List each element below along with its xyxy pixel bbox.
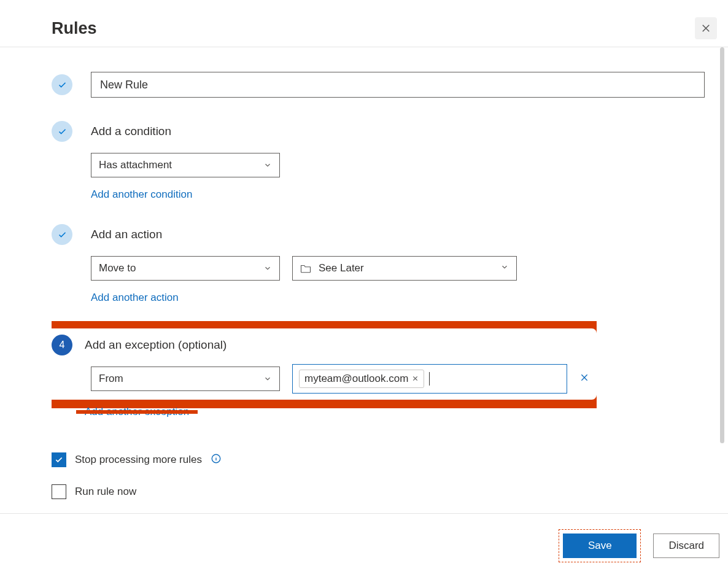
condition-section-label: Add a condition [91,125,171,138]
close-button[interactable] [695,17,717,39]
step-number: 4 [60,340,65,351]
condition-selected-value: Has attachment [99,159,172,171]
stop-processing-row: Stop processing more rules [52,452,706,467]
action-folder-select[interactable]: See Later [292,256,517,281]
check-icon [58,230,67,239]
add-another-condition-link[interactable]: Add another condition [91,188,706,201]
add-another-action-link[interactable]: Add another action [91,292,706,304]
exception-chip[interactable]: myteam@outlook.com [299,370,424,388]
condition-select[interactable]: Has attachment [91,153,280,177]
stop-processing-checkbox[interactable] [52,452,66,467]
annotation-save-highlight: Save [559,529,641,562]
chevron-down-icon [263,374,272,383]
action-select[interactable]: Move to [91,256,280,281]
action-section-label: Add an action [91,228,162,241]
discard-button[interactable]: Discard [653,534,719,558]
check-icon [55,456,63,464]
step-badge-name [52,74,72,95]
remove-exception-button[interactable] [579,373,589,385]
dialog-header: Rules [0,0,728,47]
close-icon [579,373,589,382]
action-folder-value: See Later [319,262,364,274]
dialog-content: Add a condition Has attachment Add anoth… [0,47,728,514]
rule-name-input[interactable] [91,72,705,98]
step-badge-exception: 4 [52,335,72,355]
check-icon [58,127,67,136]
folder-icon [300,263,311,273]
step-badge-condition [52,121,72,142]
condition-section: Add a condition Has attachment Add anoth… [52,121,706,201]
stop-processing-label: Stop processing more rules [75,454,202,466]
chip-remove-button[interactable] [412,373,419,385]
exception-section-label: Add an exception (optional) [85,338,227,352]
scrollbar-thumb[interactable] [720,47,724,443]
exception-select[interactable]: From [91,367,280,391]
dialog-footer: Save Discard [559,529,719,562]
exception-selected-value: From [99,373,123,385]
info-icon [211,453,222,464]
chevron-down-icon [500,263,509,271]
exception-section: 4 Add an exception (optional) From mytea… [52,328,706,418]
run-now-checkbox[interactable] [52,484,66,499]
info-button[interactable] [211,453,222,467]
rule-name-row [52,72,706,98]
text-caret [429,372,430,386]
exception-people-input[interactable]: myteam@outlook.com [292,364,567,394]
close-icon [700,23,711,34]
run-now-label: Run rule now [75,486,136,498]
exception-chip-label: myteam@outlook.com [304,373,408,385]
action-selected-value: Move to [99,262,136,274]
page-title: Rules [52,19,97,38]
chevron-down-icon [263,161,272,169]
save-button[interactable]: Save [563,534,637,558]
add-another-exception-link[interactable]: Add another exception [85,406,189,418]
step-badge-action [52,224,72,245]
run-now-row: Run rule now [52,484,706,499]
close-icon [412,375,419,382]
check-icon [58,80,67,90]
chevron-down-icon [263,264,272,273]
action-section: Add an action Move to See Later Add anot… [52,224,706,304]
